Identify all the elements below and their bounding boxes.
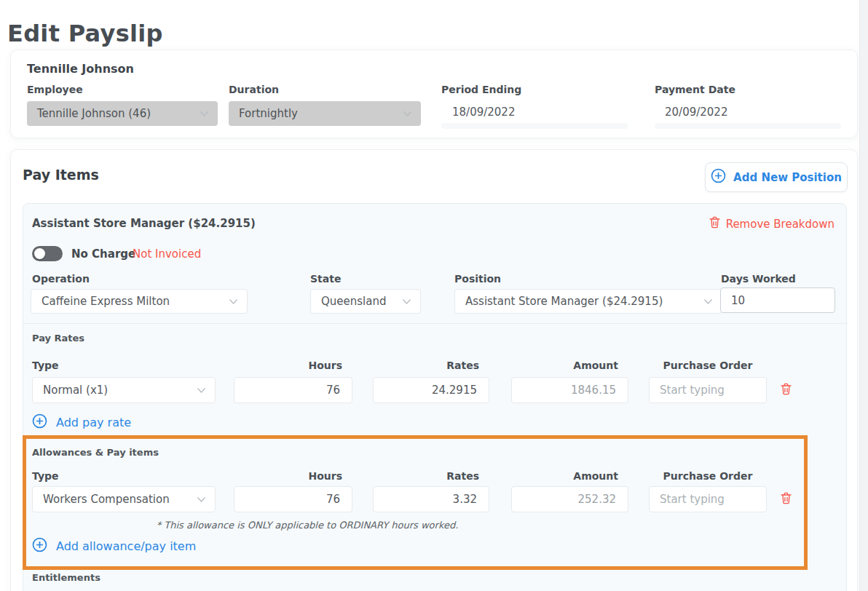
add-allowance-link[interactable]: Add allowance/pay item [32, 537, 196, 555]
payment-date-label: Payment Date [655, 84, 735, 95]
add-pay-rate-link[interactable]: Add pay rate [32, 413, 131, 432]
col-type-label: Type [32, 470, 59, 482]
allowance-type-select[interactable]: Workers Compensation [32, 486, 216, 512]
entitlements-heading: Entitlements [32, 572, 100, 583]
add-pay-rate-label: Add pay rate [56, 416, 131, 429]
position-select[interactable]: Assistant Store Manager ($24.2915) [454, 289, 722, 314]
employee-select: Tennille Johnson (46) [27, 101, 218, 126]
employee-name-heading: Tennille Johnson [27, 62, 134, 76]
position-breakdown-card: Assistant Store Manager ($24.2915) Remov… [23, 203, 847, 591]
duration-select-value: Fortnightly [239, 107, 298, 120]
allowance-hours-input[interactable] [234, 486, 352, 512]
remove-breakdown-button[interactable]: Remove Breakdown [709, 216, 835, 231]
toggle-knob [34, 248, 45, 259]
operation-select-value: Caffeine Express Milton [42, 295, 170, 308]
period-ending-underbar [441, 123, 628, 129]
chevron-down-icon [197, 496, 206, 503]
duration-select: Fortnightly [229, 101, 421, 126]
col-hours-label: Hours [234, 470, 352, 482]
period-ending-label: Period Ending [441, 84, 521, 95]
add-new-position-button[interactable]: Add New Position [705, 162, 848, 192]
col-purchase-order-label: Purchase Order [649, 360, 767, 371]
payment-date-underbar [655, 123, 841, 129]
circle-plus-icon [32, 537, 47, 555]
pay-rate-type-value: Normal (x1) [43, 384, 108, 397]
chevron-down-icon [703, 298, 713, 305]
chevron-down-icon [229, 298, 238, 305]
chevron-down-icon [403, 111, 412, 117]
col-amount-label: Amount [511, 360, 628, 371]
allowance-type-value: Workers Compensation [43, 493, 170, 506]
duration-label: Duration [229, 84, 279, 95]
chevron-down-icon [200, 111, 209, 117]
chevron-down-icon [197, 387, 206, 394]
position-label: Position [454, 273, 501, 285]
circle-plus-icon [32, 413, 47, 432]
allowance-purchase-order-input[interactable] [649, 486, 767, 512]
col-type-label: Type [32, 360, 59, 371]
period-ending-value: 18/09/2022 [452, 106, 515, 119]
state-select-value: Queensland [321, 295, 386, 308]
trash-icon [709, 216, 720, 231]
state-label: State [310, 273, 341, 285]
operation-select[interactable]: Caffeine Express Milton [31, 289, 248, 314]
delete-allowance-button[interactable] [778, 491, 794, 508]
not-invoiced-badge: Not Invoiced [133, 247, 201, 261]
delete-pay-rate-button[interactable] [778, 381, 794, 399]
remove-breakdown-label: Remove Breakdown [726, 218, 835, 231]
position-select-value: Assistant Store Manager ($24.2915) [465, 295, 663, 308]
pay-rates-heading: Pay Rates [32, 333, 84, 344]
col-rates-label: Rates [373, 360, 489, 371]
pay-rate-amount-input[interactable] [511, 377, 628, 403]
chevron-down-icon [402, 298, 411, 305]
add-allowance-label: Add allowance/pay item [56, 539, 196, 553]
pay-rate-rates-input[interactable] [373, 377, 489, 403]
allowances-heading: Allowances & Pay items [32, 447, 159, 458]
pay-rate-purchase-order-input[interactable] [649, 377, 767, 403]
employee-summary-card: Tennille Johnson Employee Tennille Johns… [10, 49, 858, 138]
page-scrollbar[interactable] [859, 0, 868, 591]
add-new-position-label: Add New Position [733, 171, 842, 184]
breakdown-title: Assistant Store Manager ($24.2915) [32, 217, 256, 230]
no-charge-toggle[interactable] [32, 246, 63, 261]
allowance-rates-input[interactable] [373, 486, 489, 512]
allowance-note: * This allowance is ONLY applicable to O… [23, 520, 591, 531]
employee-label: Employee [27, 84, 83, 95]
col-hours-label: Hours [234, 360, 352, 371]
pay-items-heading: Pay Items [23, 167, 99, 183]
payment-date-value: 20/09/2022 [665, 106, 727, 119]
pay-rate-hours-input[interactable] [234, 377, 352, 403]
edit-payslip-page: Edit Payslip Tennille Johnson Employee T… [0, 0, 868, 591]
operation-label: Operation [32, 273, 90, 285]
pay-rate-type-select[interactable]: Normal (x1) [32, 377, 216, 403]
trash-icon [781, 492, 792, 507]
employee-select-value: Tennille Johnson (46) [37, 107, 151, 120]
days-worked-input[interactable] [720, 287, 835, 313]
trash-icon [781, 383, 792, 397]
col-rates-label: Rates [373, 470, 489, 482]
pay-items-card: Pay Items Add New Position Assistant Sto… [10, 149, 858, 591]
col-purchase-order-label: Purchase Order [649, 470, 767, 482]
circle-plus-icon [711, 168, 726, 186]
no-charge-label: No Charge [71, 247, 135, 261]
section-divider [23, 323, 848, 324]
state-select[interactable]: Queensland [310, 289, 421, 314]
days-worked-label: Days Worked [721, 273, 796, 285]
col-amount-label: Amount [511, 470, 628, 482]
allowance-amount-input[interactable] [511, 486, 628, 512]
page-title: Edit Payslip [7, 20, 163, 47]
